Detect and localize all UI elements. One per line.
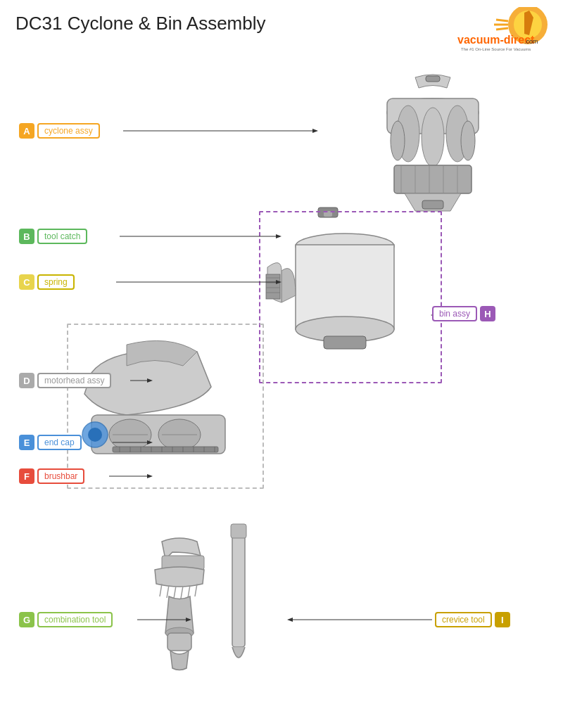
svg-point-15 <box>461 121 475 160</box>
svg-text:vacuum-direct: vacuum-direct <box>457 34 535 46</box>
svg-rect-62 <box>231 524 246 538</box>
svg-line-53 <box>160 584 162 596</box>
bin-assy-box <box>259 211 442 383</box>
badge-text-b: tool catch <box>37 229 87 244</box>
tools-image <box>141 521 296 682</box>
label-f: F brushbar <box>19 468 84 484</box>
badge-text-e: end cap <box>37 435 82 450</box>
svg-point-12 <box>422 108 444 167</box>
svg-line-55 <box>174 586 176 599</box>
svg-line-2 <box>496 20 508 21</box>
badge-letter-h: H <box>480 306 495 321</box>
svg-rect-16 <box>394 165 472 193</box>
svg-rect-41 <box>113 447 218 452</box>
svg-rect-60 <box>167 633 191 651</box>
svg-line-57 <box>188 585 190 598</box>
label-c: C spring <box>19 274 75 290</box>
label-e: E end cap <box>19 435 82 450</box>
svg-point-14 <box>391 121 405 160</box>
svg-text:The #1 On-Line Source For Vacu: The #1 On-Line Source For Vacuums <box>461 47 531 51</box>
svg-text:.com: .com <box>524 38 538 45</box>
page-title: DC31 Cyclone & Bin Assembly <box>15 13 265 34</box>
badge-letter-d: D <box>19 373 34 388</box>
svg-point-40 <box>88 428 102 442</box>
label-i: I crevice tool <box>435 612 510 627</box>
badge-letter-g: G <box>19 612 34 627</box>
label-a: A cyclone assy <box>19 123 100 139</box>
motorhead-image <box>70 317 239 464</box>
badge-letter-i: I <box>495 612 510 627</box>
label-h: H bin assy <box>432 306 495 321</box>
badge-text-g: combination tool <box>37 612 113 627</box>
svg-rect-22 <box>422 200 443 209</box>
badge-text-h: bin assy <box>432 306 477 321</box>
badge-text-f: brushbar <box>37 468 84 484</box>
svg-rect-61 <box>232 528 245 647</box>
badge-text-c: spring <box>37 274 75 290</box>
badge-letter-c: C <box>19 274 34 290</box>
svg-rect-8 <box>426 76 440 82</box>
svg-line-4 <box>496 28 508 30</box>
badge-letter-f: F <box>19 468 34 484</box>
badge-text-d: motorhead assy <box>37 373 111 388</box>
badge-text-a: cyclone assy <box>37 123 100 139</box>
badge-letter-e: E <box>19 435 34 450</box>
label-b: B tool catch <box>19 229 87 244</box>
label-g: G combination tool <box>19 612 113 627</box>
badge-letter-b: B <box>19 229 34 244</box>
badge-text-i: crevice tool <box>435 612 492 627</box>
svg-line-56 <box>181 586 183 599</box>
logo: vacuum-direct .com The #1 On-Line Source… <box>457 7 549 49</box>
badge-letter-a: A <box>19 123 34 139</box>
label-d: D motorhead assy <box>19 373 111 388</box>
